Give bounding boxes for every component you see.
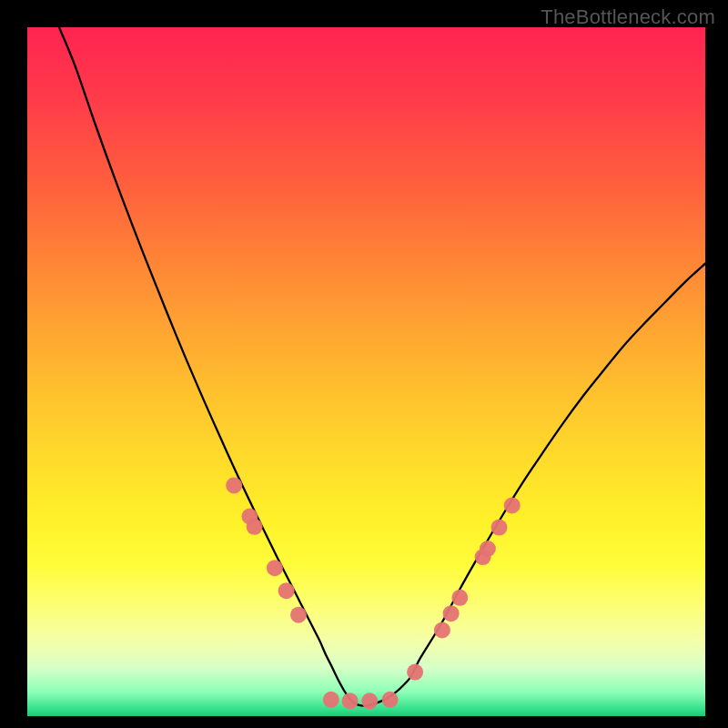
- watermark-text: TheBottleneck.com: [541, 5, 715, 29]
- marker-dot: [443, 605, 460, 622]
- marker-dot: [504, 497, 521, 513]
- marker-dot: [361, 693, 378, 709]
- marker-dot: [434, 622, 450, 638]
- marker-dot: [382, 692, 399, 708]
- chart-svg-layer: [27, 27, 705, 716]
- marker-dot: [278, 582, 295, 599]
- chart-plot-area: [27, 27, 705, 716]
- marker-dot: [407, 664, 423, 681]
- marker-dot: [267, 560, 283, 576]
- marker-group: [226, 477, 521, 709]
- marker-dot: [491, 520, 508, 536]
- marker-dot: [451, 590, 468, 606]
- marker-dot: [290, 607, 307, 623]
- bottleneck-curve-path: [59, 27, 705, 706]
- marker-dot: [480, 541, 496, 557]
- marker-dot: [342, 693, 359, 709]
- marker-dot: [323, 692, 339, 708]
- marker-dot: [226, 477, 242, 493]
- marker-dot: [247, 519, 263, 535]
